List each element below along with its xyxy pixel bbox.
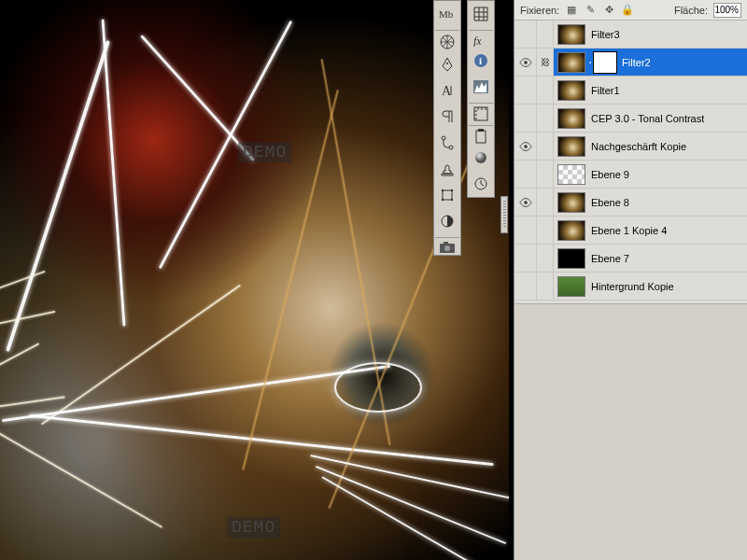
layer-name-label[interactable]: Filter1 [589, 85, 620, 96]
layer-link-cell[interactable] [537, 21, 554, 48]
layer-visibility-toggle[interactable] [514, 21, 537, 48]
layer-link-cell[interactable] [537, 245, 554, 272]
tool-text-mb-icon[interactable]: Mb [435, 2, 459, 26]
watermark: DEMO [227, 517, 280, 538]
svg-point-25 [524, 61, 528, 64]
mask-link-icon: • [589, 60, 591, 65]
svg-rect-7 [443, 190, 452, 200]
svg-point-10 [442, 199, 444, 201]
svg-rect-15 [444, 242, 448, 245]
tool-paragraph-icon[interactable] [435, 105, 459, 129]
layer-row[interactable]: Ebene 9 [514, 161, 747, 189]
layer-visibility-toggle[interactable] [514, 161, 537, 188]
layer-visibility-toggle[interactable] [514, 77, 537, 104]
layer-visibility-toggle[interactable] [514, 189, 537, 216]
layer-visibility-toggle[interactable] [514, 245, 537, 272]
layers-panel-header: Fixieren: ▦ ✎ ✥ 🔒 Fläche: [514, 0, 747, 21]
tool-compass-icon[interactable] [435, 30, 459, 50]
layer-thumbnail[interactable] [557, 52, 585, 73]
layers-list: Filter3⛓•Filter2Filter1CEP 3.0 - Tonal C… [514, 21, 747, 301]
layer-name-label[interactable]: Ebene 8 [589, 197, 629, 208]
lock-all-icon[interactable]: 🔒 [621, 4, 634, 17]
panel-empty-area [514, 303, 747, 560]
layer-name-label[interactable]: Ebene 7 [589, 253, 629, 264]
layer-link-cell[interactable] [537, 105, 554, 132]
tool-fx-icon[interactable]: fx [469, 30, 493, 47]
layer-row[interactable]: Nachgeschärft Kopie [514, 133, 747, 161]
layer-visibility-toggle[interactable] [514, 273, 537, 300]
svg-point-26 [524, 145, 528, 148]
tool-info-icon[interactable]: i [469, 49, 493, 73]
layer-thumbnail[interactable] [557, 24, 585, 45]
layer-link-cell[interactable] [537, 189, 554, 216]
panel-dock-grip[interactable] [500, 196, 508, 233]
tool-histogram-icon[interactable] [469, 75, 493, 99]
layer-row[interactable]: Ebene 7 [514, 245, 747, 273]
tool-clipboard-icon[interactable] [469, 125, 493, 144]
layer-row[interactable]: ⛓•Filter2 [514, 49, 747, 77]
layer-name-label[interactable]: CEP 3.0 - Tonal Contrast [589, 113, 704, 124]
layer-link-cell[interactable] [537, 273, 554, 300]
layer-thumbnail[interactable] [557, 80, 585, 101]
layer-visibility-toggle[interactable] [514, 49, 537, 76]
svg-point-5 [442, 136, 445, 140]
tool-crop-icon[interactable] [435, 183, 459, 207]
layer-name-label[interactable]: Ebene 9 [589, 169, 629, 180]
layer-mask-thumbnail[interactable] [594, 52, 616, 73]
layer-link-cell[interactable] [537, 161, 554, 188]
watermark: DEMO [238, 142, 291, 162]
layer-row[interactable]: Ebene 8 [514, 189, 747, 217]
lock-pixels-icon[interactable]: ▦ [565, 4, 578, 17]
svg-point-9 [451, 189, 453, 191]
layer-thumbnail[interactable] [557, 136, 585, 157]
svg-point-8 [442, 189, 444, 191]
lock-brush-icon[interactable]: ✎ [584, 4, 597, 17]
layer-thumbnail[interactable] [557, 164, 585, 185]
tool-grid-icon[interactable] [469, 2, 493, 26]
tool-clock-icon[interactable] [469, 172, 493, 196]
fill-opacity-input[interactable] [713, 3, 741, 18]
layer-row[interactable]: Filter1 [514, 77, 747, 105]
tool-text-a-icon[interactable]: A [435, 78, 459, 103]
tool-vector-pen-icon[interactable] [435, 52, 459, 77]
layer-name-label[interactable]: Filter3 [589, 29, 620, 40]
layer-thumbnail[interactable] [557, 220, 585, 241]
layer-name-label[interactable]: Hintergrund Kopie [589, 281, 674, 292]
layer-link-cell[interactable] [537, 133, 554, 160]
layer-thumbnail[interactable] [557, 276, 585, 297]
layer-name-label[interactable]: Filter2 [620, 57, 651, 68]
layer-thumbnail[interactable] [557, 248, 585, 269]
layer-link-cell[interactable] [537, 217, 554, 244]
tool-ruler-icon[interactable] [469, 103, 493, 121]
layer-name-label[interactable]: Nachgeschärft Kopie [589, 141, 686, 152]
options-toolbar-a[interactable]: Mb A [433, 0, 461, 256]
layer-visibility-toggle[interactable] [514, 105, 537, 132]
layer-row[interactable]: Hintergrund Kopie [514, 273, 747, 301]
svg-text:A: A [442, 84, 452, 98]
svg-text:i: i [479, 55, 482, 66]
svg-point-23 [475, 152, 486, 163]
svg-text:Mb: Mb [439, 8, 454, 20]
lock-move-icon[interactable]: ✥ [602, 4, 615, 17]
tool-contrast-icon[interactable] [435, 209, 459, 233]
options-toolbar-b[interactable]: fx i [467, 0, 495, 198]
layers-panel: Fixieren: ▦ ✎ ✥ 🔒 Fläche: Filter3⛓•Filte… [514, 0, 747, 560]
layer-row[interactable]: Ebene 1 Kopie 4 [514, 217, 747, 245]
layer-thumbnail[interactable] [557, 108, 585, 129]
svg-point-6 [449, 146, 453, 149]
tool-connector-icon[interactable] [435, 131, 459, 155]
opacity-label: Fläche: [674, 5, 708, 16]
layer-row[interactable]: Filter3 [514, 21, 747, 49]
tool-sphere-icon[interactable] [469, 146, 493, 170]
lock-label: Fixieren: [520, 5, 559, 16]
tool-stamp-icon[interactable] [435, 157, 459, 181]
layer-row[interactable]: CEP 3.0 - Tonal Contrast [514, 105, 747, 133]
svg-text:fx: fx [473, 35, 482, 47]
layer-link-cell[interactable] [537, 77, 554, 104]
layer-visibility-toggle[interactable] [514, 133, 537, 160]
layer-visibility-toggle[interactable] [514, 217, 537, 244]
layer-thumbnail[interactable] [557, 192, 585, 213]
layer-link-cell[interactable]: ⛓ [537, 49, 554, 76]
tool-camera-icon[interactable] [435, 237, 459, 254]
layer-name-label[interactable]: Ebene 1 Kopie 4 [589, 225, 667, 236]
